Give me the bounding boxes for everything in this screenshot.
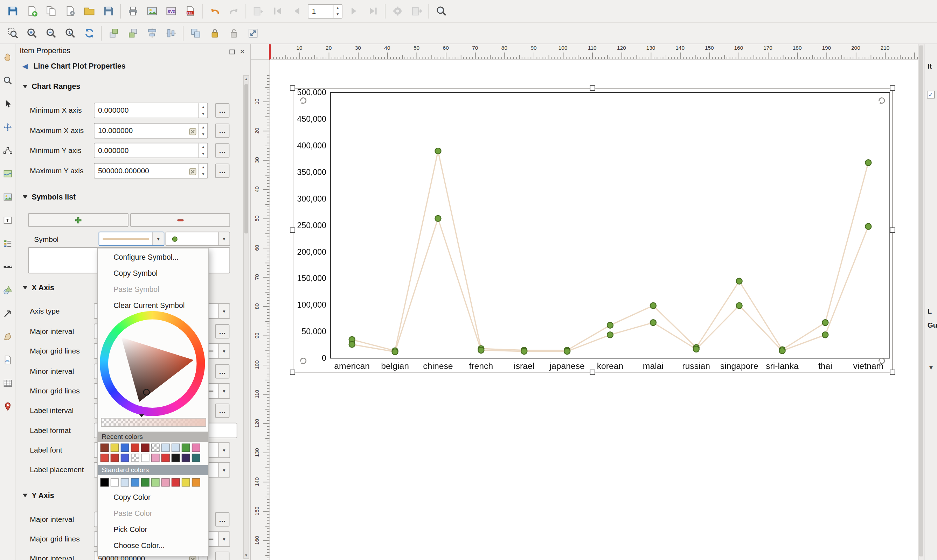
- color-swatch[interactable]: [171, 443, 180, 452]
- item-visibility-checkbox[interactable]: ✓: [927, 91, 935, 98]
- menu-item[interactable]: Copy Symbol: [98, 266, 208, 282]
- color-swatch[interactable]: [111, 478, 119, 486]
- color-swatch[interactable]: [131, 478, 139, 486]
- scrollbar-thumb[interactable]: [919, 46, 923, 557]
- line-chart-item[interactable]: 050,000100,000150,000200,000250,000300,0…: [293, 88, 892, 372]
- remove-symbol-button[interactable]: [130, 213, 230, 227]
- export-svg-button[interactable]: SVG: [162, 2, 180, 20]
- opacity-slider-handle[interactable]: [139, 414, 144, 418]
- selection-handle[interactable]: [590, 85, 595, 91]
- selection-handle[interactable]: [290, 85, 295, 91]
- marker-symbol-dropdown[interactable]: ▼: [166, 232, 230, 246]
- lock-items-button[interactable]: [205, 24, 223, 42]
- clear-value-icon[interactable]: [189, 127, 196, 134]
- selection-handle[interactable]: [290, 369, 295, 375]
- data-defined-override-button[interactable]: …: [215, 103, 230, 118]
- color-swatch[interactable]: [182, 478, 190, 486]
- menu-item[interactable]: Choose Color...: [98, 538, 208, 554]
- lower-items-button[interactable]: [123, 24, 142, 42]
- layout-manager-button[interactable]: [61, 2, 79, 20]
- color-swatch[interactable]: [162, 454, 170, 462]
- color-swatch[interactable]: [121, 454, 129, 462]
- print-button[interactable]: [123, 2, 142, 20]
- data-defined-override-button[interactable]: …: [215, 365, 230, 379]
- panel-scrollbar[interactable]: ▲ ▼: [243, 75, 249, 559]
- raise-items-button[interactable]: [105, 24, 123, 42]
- scroll-up-icon[interactable]: ▲: [244, 76, 249, 82]
- data-defined-override-button[interactable]: …: [215, 552, 230, 560]
- color-wheel-triangle[interactable]: [100, 311, 205, 416]
- add-node-item-tool-button[interactable]: [2, 331, 13, 343]
- range-spinbox[interactable]: 0.000000▲▼: [94, 143, 208, 158]
- data-defined-override-button[interactable]: …: [215, 324, 230, 338]
- add-shape-tool-button[interactable]: [2, 284, 13, 296]
- color-swatch[interactable]: [141, 454, 149, 462]
- previous-feature-button[interactable]: [287, 2, 305, 20]
- color-swatch[interactable]: [100, 443, 109, 452]
- color-swatch[interactable]: [121, 478, 129, 486]
- load-template-button[interactable]: [80, 2, 98, 20]
- edit-nodes-tool-button[interactable]: [2, 145, 13, 157]
- zoom-in-button[interactable]: [23, 24, 41, 42]
- export-pdf-button[interactable]: PDF: [181, 2, 199, 20]
- section-x-axis[interactable]: X Axis: [23, 283, 54, 292]
- selection-handle[interactable]: [890, 369, 895, 375]
- select-move-item-tool-button[interactable]: [2, 98, 13, 110]
- color-swatch[interactable]: [131, 454, 139, 462]
- color-swatch[interactable]: [182, 443, 190, 452]
- canvas-vertical-scrollbar[interactable]: [918, 44, 924, 560]
- first-feature-button[interactable]: [268, 2, 286, 20]
- menu-item[interactable]: Clear Current Symbol: [98, 298, 208, 314]
- data-defined-override-button[interactable]: …: [215, 163, 230, 178]
- page-number-input[interactable]: 1▲▼: [308, 4, 342, 18]
- selection-handle[interactable]: [890, 85, 895, 91]
- save-template-button[interactable]: [99, 2, 117, 20]
- zoom-out-button[interactable]: [42, 24, 60, 42]
- spinner-arrows-icon[interactable]: ▲▼: [199, 163, 208, 178]
- spinner-arrows-icon[interactable]: ▲▼: [333, 5, 342, 18]
- last-feature-button[interactable]: [364, 2, 382, 20]
- save-project-button[interactable]: [3, 2, 22, 20]
- color-swatch[interactable]: [162, 443, 170, 452]
- color-swatch[interactable]: [100, 478, 109, 486]
- range-spinbox[interactable]: 500000.000000▲▼: [94, 163, 208, 178]
- spinner-arrows-icon[interactable]: ▲▼: [199, 103, 208, 118]
- color-swatch[interactable]: [131, 443, 139, 452]
- back-icon[interactable]: ◀: [20, 62, 30, 71]
- chevron-down-icon[interactable]: ▼: [928, 365, 934, 371]
- menu-item[interactable]: Configure Symbol...: [98, 249, 208, 266]
- selection-handle[interactable]: [890, 228, 895, 233]
- dock-tab-label[interactable]: L: [928, 307, 932, 315]
- clear-value-icon[interactable]: [189, 167, 196, 175]
- atlas-preview-button[interactable]: [249, 2, 267, 20]
- color-swatch[interactable]: [171, 454, 180, 462]
- color-swatch[interactable]: [192, 478, 200, 486]
- color-swatch[interactable]: [171, 478, 180, 486]
- resize-items-button[interactable]: [244, 24, 262, 42]
- atlas-settings-button[interactable]: [388, 2, 406, 20]
- line-symbol-dropdown[interactable]: ▼: [99, 232, 165, 246]
- zoom-tool-tool-button[interactable]: [2, 75, 13, 86]
- menu-item[interactable]: Copy Color: [98, 490, 208, 506]
- spinner-arrows-icon[interactable]: ▲▼: [199, 123, 208, 138]
- vertical-ruler[interactable]: 102030405060708090100110120130140150160: [251, 60, 270, 560]
- opacity-slider[interactable]: [101, 418, 206, 427]
- refresh-button[interactable]: [80, 24, 98, 42]
- add-html-tool-button[interactable]: </>: [2, 354, 13, 366]
- color-swatch[interactable]: [192, 443, 200, 452]
- color-swatch[interactable]: [141, 478, 149, 486]
- data-defined-override-button[interactable]: …: [215, 512, 230, 527]
- color-swatch[interactable]: [141, 443, 149, 452]
- zoom-actual-button[interactable]: 1: [61, 24, 79, 42]
- color-swatch[interactable]: [192, 454, 200, 462]
- add-map-tool-button[interactable]: [2, 168, 13, 180]
- color-swatch[interactable]: [151, 443, 160, 452]
- unlock-items-button[interactable]: [225, 24, 243, 42]
- color-swatch[interactable]: [151, 478, 160, 486]
- range-spinbox[interactable]: 10.000000▲▼: [94, 123, 208, 138]
- align-items-button[interactable]: [143, 24, 161, 42]
- add-label-tool-button[interactable]: T: [2, 214, 13, 226]
- selection-handle[interactable]: [290, 228, 295, 233]
- horizontal-ruler[interactable]: 1020304050607080901001101201301401501601…: [270, 44, 918, 60]
- data-defined-override-button[interactable]: …: [215, 123, 230, 138]
